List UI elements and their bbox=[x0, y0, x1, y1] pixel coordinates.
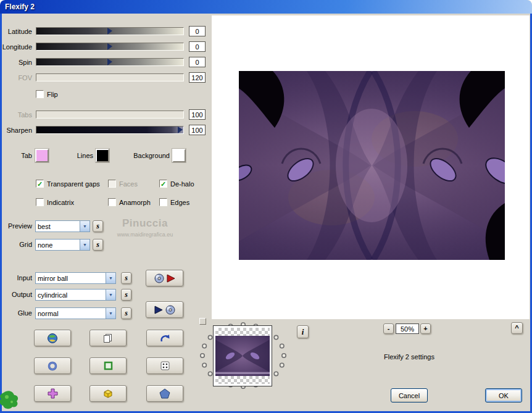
slider-thumb[interactable] bbox=[107, 28, 112, 35]
anamorph-checkbox[interactable]: Anamorph bbox=[108, 198, 151, 206]
glue-shuffle-button[interactable]: s bbox=[121, 307, 131, 319]
watermark-url: www.maidiregrafica.eu bbox=[105, 232, 185, 238]
latitude-value-input[interactable] bbox=[189, 26, 206, 36]
preview-dropdown[interactable]: best ▼ bbox=[35, 220, 90, 232]
preview-canvas bbox=[212, 15, 530, 319]
checkbox-label: Flip bbox=[47, 91, 58, 98]
glue-dropdown-label: Glue bbox=[0, 309, 32, 317]
checkbox-box[interactable] bbox=[159, 198, 167, 206]
spin-slider-label: Spin bbox=[0, 59, 32, 67]
tabs-slider bbox=[36, 111, 184, 119]
checkbox-label: Transparent gaps bbox=[47, 180, 100, 188]
checkbox-box[interactable]: ✓ bbox=[36, 180, 44, 188]
output-render-button[interactable] bbox=[146, 301, 183, 318]
dropdown-arrow-icon[interactable]: ▼ bbox=[106, 273, 115, 283]
checkbox-box[interactable] bbox=[36, 90, 44, 98]
checkbox-label: Indicatrix bbox=[47, 199, 74, 206]
dropdown-arrow-icon[interactable]: ▼ bbox=[80, 240, 89, 250]
grid-shuffle-button[interactable]: s bbox=[93, 239, 103, 251]
dropdown-value: mirror ball bbox=[36, 275, 106, 282]
checkbox-box[interactable] bbox=[36, 198, 44, 206]
polyhedron-button[interactable] bbox=[146, 385, 183, 402]
copy-button[interactable] bbox=[89, 330, 127, 346]
cross-icon bbox=[48, 388, 58, 399]
input-render-button[interactable] bbox=[146, 270, 183, 286]
settings-label: Flexify 2 settings bbox=[347, 353, 471, 361]
check-icon: ✓ bbox=[37, 181, 43, 187]
undo-button[interactable] bbox=[146, 330, 183, 346]
tile-button[interactable] bbox=[34, 385, 71, 402]
input-shuffle-button[interactable]: s bbox=[121, 272, 131, 284]
faces-checkbox: Faces bbox=[108, 180, 138, 188]
slider-thumb[interactable] bbox=[107, 43, 112, 50]
dropdown-arrow-icon[interactable]: ▼ bbox=[80, 221, 89, 232]
lens-button[interactable] bbox=[34, 357, 71, 374]
window-titlebar[interactable]: Flexify 2 bbox=[0, 0, 532, 14]
de-halo-checkbox[interactable]: ✓ De-halo bbox=[159, 180, 194, 188]
longitude-value-input[interactable] bbox=[189, 41, 206, 52]
preview-dropdown-label: Preview bbox=[0, 222, 32, 230]
zoom-in-button[interactable]: + bbox=[420, 323, 431, 334]
longitude-slider[interactable] bbox=[36, 43, 184, 51]
spin-value-input[interactable] bbox=[189, 57, 206, 67]
thumbnail-image bbox=[215, 336, 270, 376]
pentagon-icon bbox=[159, 388, 170, 399]
preview-shuffle-button[interactable]: s bbox=[93, 220, 103, 232]
tab-color-swatch[interactable] bbox=[35, 149, 49, 162]
lines-color-swatch[interactable] bbox=[96, 149, 109, 162]
zoom-out-button[interactable]: - bbox=[383, 323, 394, 334]
sharpen-slider[interactable] bbox=[36, 126, 184, 134]
collapse-button[interactable]: ^ bbox=[511, 322, 523, 334]
tab-color-label: Tab bbox=[0, 152, 32, 160]
check-icon: ✓ bbox=[160, 181, 166, 187]
input-dropdown[interactable]: mirror ball ▼ bbox=[35, 272, 116, 284]
zoom-level-field[interactable]: 50% bbox=[396, 323, 419, 334]
edges-checkbox[interactable]: Edges bbox=[159, 198, 189, 206]
ok-button[interactable]: OK bbox=[485, 388, 522, 403]
glue-dropdown[interactable]: normal ▼ bbox=[35, 307, 116, 319]
tabs-slider-label: Tabs bbox=[0, 111, 32, 119]
indicatrix-checkbox[interactable]: Indicatrix bbox=[36, 198, 74, 206]
dice-icon bbox=[160, 361, 170, 371]
checkbox-label: Anamorph bbox=[119, 199, 151, 206]
slider-thumb[interactable] bbox=[178, 127, 183, 133]
grid-dropdown[interactable]: none ▼ bbox=[35, 239, 90, 251]
random-button[interactable] bbox=[146, 357, 183, 374]
sharpen-value-input[interactable] bbox=[189, 125, 206, 135]
cube-button[interactable] bbox=[89, 385, 127, 402]
preview-thumbnail[interactable] bbox=[213, 325, 272, 386]
copy-icon bbox=[103, 333, 113, 343]
frame-button[interactable] bbox=[89, 357, 127, 374]
checkbox-box[interactable] bbox=[108, 198, 116, 206]
open-image-button[interactable] bbox=[34, 330, 71, 346]
transparent-gaps-checkbox[interactable]: ✓ Transparent gaps bbox=[36, 180, 100, 188]
green-square-icon bbox=[103, 361, 114, 371]
play-disc-icon bbox=[154, 305, 176, 315]
undo-arrow-icon bbox=[159, 333, 170, 343]
window-title: Flexify 2 bbox=[0, 2, 35, 11]
background-color-label: Background bbox=[123, 152, 170, 160]
flexify-window: Flexify 2 bbox=[0, 0, 532, 413]
input-dropdown-label: Input bbox=[0, 274, 32, 282]
info-button[interactable]: i bbox=[297, 325, 309, 338]
background-color-swatch[interactable] bbox=[172, 149, 186, 162]
cancel-button[interactable]: Cancel bbox=[391, 388, 428, 403]
slider-thumb[interactable] bbox=[107, 59, 112, 65]
checkbox-box[interactable]: ✓ bbox=[159, 180, 167, 188]
fov-value-input[interactable] bbox=[189, 72, 206, 83]
dropdown-arrow-icon[interactable]: ▼ bbox=[106, 290, 115, 300]
dropdown-arrow-icon[interactable]: ▼ bbox=[106, 308, 115, 319]
spin-slider[interactable] bbox=[36, 58, 184, 66]
dropdown-value: none bbox=[36, 241, 80, 249]
checkbox-label: De-halo bbox=[170, 180, 194, 188]
latitude-slider[interactable] bbox=[36, 27, 184, 35]
output-dropdown[interactable]: cylindrical ▼ bbox=[35, 289, 116, 301]
transparency-checker bbox=[215, 328, 270, 336]
tabs-value-input[interactable] bbox=[189, 109, 206, 120]
transparency-checker bbox=[215, 376, 270, 384]
disc-play-icon bbox=[154, 273, 176, 283]
flip-checkbox[interactable]: Flip bbox=[36, 90, 58, 98]
output-shuffle-button[interactable]: s bbox=[121, 289, 131, 301]
checkbox-label: Edges bbox=[170, 199, 189, 206]
fov-slider-label: FOV bbox=[0, 74, 32, 82]
